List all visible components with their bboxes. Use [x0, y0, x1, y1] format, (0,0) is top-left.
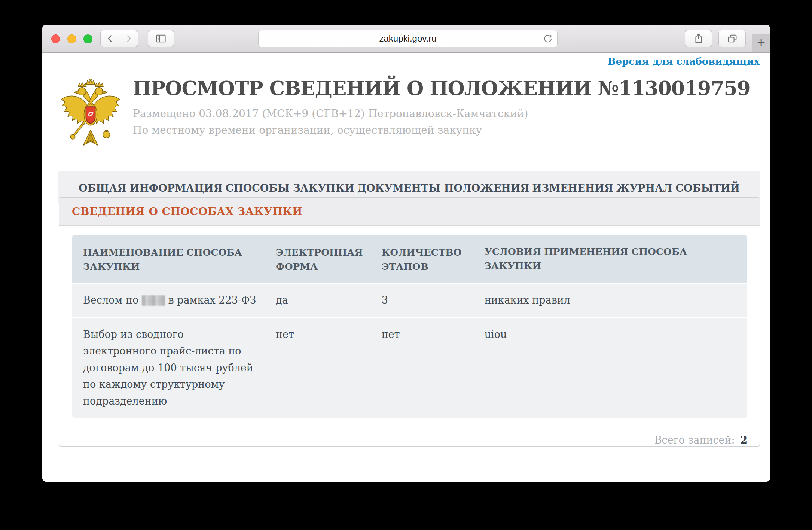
back-chevron-icon [105, 34, 115, 43]
cell-method-name: Веслом по в рамках 223-ФЗ [72, 283, 265, 317]
local-time-note: По местному времени организации, осущест… [133, 125, 755, 135]
share-button[interactable] [685, 30, 712, 47]
redacted-blur-block [142, 295, 165, 306]
share-icon [693, 33, 704, 44]
page-header: ПРОСМОТР СВЕДЕНИЙ О ПОЛОЖЕНИИ №113001975… [133, 77, 755, 135]
desktop-background: zakupki.gov.ru [0, 0, 812, 530]
cell-conditions: uiou [473, 317, 747, 418]
cell-electronic-form: нет [265, 317, 370, 418]
close-window-button[interactable] [51, 34, 60, 43]
table-header-row: НАИМЕНОВАНИЕ СПОСОБА ЗАКУПКИ ЭЛЕКТРОННАЯ… [72, 235, 747, 283]
window-controls [51, 34, 92, 43]
panel-header: СВЕДЕНИЯ О СПОСОБАХ ЗАКУПКИ [59, 198, 760, 226]
column-header-stages-count: КОЛИЧЕСТВО ЭТАПОВ [370, 235, 473, 283]
back-button[interactable] [100, 30, 119, 47]
panel-title: СВЕДЕНИЯ О СПОСОБАХ ЗАКУПКИ [72, 205, 302, 218]
column-header-method-name: НАИМЕНОВАНИЕ СПОСОБА ЗАКУПКИ [72, 235, 265, 283]
minimize-window-button[interactable] [67, 34, 76, 43]
records-total-label: Всего записей: [654, 434, 735, 446]
url-text: zakupki.gov.ru [379, 33, 437, 44]
cell-conditions: никаких правил [473, 283, 747, 317]
accessibility-version-link[interactable]: Версия для слабовидящих [608, 56, 760, 67]
cell-stages-count: нет [370, 317, 473, 418]
forward-chevron-icon [124, 34, 134, 43]
records-total-value: 2 [740, 434, 747, 446]
table-row: Выбор из сводного электронного прайс-лис… [72, 317, 747, 418]
zoom-window-button[interactable] [83, 34, 92, 43]
address-bar[interactable]: zakupki.gov.ru [258, 30, 558, 47]
cell-electronic-form: да [265, 283, 370, 317]
table-row: Веслом по в рамках 223-ФЗ да 3 никаких п… [72, 283, 747, 317]
reload-icon[interactable] [543, 34, 553, 44]
tabs-overview-icon [727, 33, 738, 44]
column-header-electronic-form: ЭЛЕКТРОННАЯ ФОРМА [265, 235, 370, 283]
records-total: Всего записей: 2 [59, 434, 747, 446]
tabs-overview-button[interactable] [718, 30, 746, 47]
forward-button[interactable] [119, 30, 138, 47]
plus-icon: + [757, 36, 765, 50]
column-header-conditions: УСЛОВИЯ ПРИМЕНЕНИЯ СПОСОБА ЗАКУПКИ [473, 235, 747, 283]
purchase-methods-panel: СВЕДЕНИЯ О СПОСОБАХ ЗАКУПКИ НАИМЕНОВАНИЕ… [59, 197, 760, 447]
cell-method-name: Выбор из сводного электронного прайс-лис… [72, 317, 265, 418]
new-tab-button[interactable]: + [752, 34, 770, 52]
page-content: Версия для слабовидящих [42, 53, 770, 482]
purchase-methods-table: НАИМЕНОВАНИЕ СПОСОБА ЗАКУПКИ ЭЛЕКТРОННАЯ… [72, 235, 747, 418]
page-title: ПРОСМОТР СВЕДЕНИЙ О ПОЛОЖЕНИИ №113001975… [133, 77, 755, 99]
browser-window: zakupki.gov.ru [42, 25, 770, 482]
sidebar-toggle-button[interactable] [148, 30, 174, 47]
placement-info: Размещено 03.08.2017 (МСК+9 (СГВ+12) Пет… [133, 109, 755, 119]
browser-toolbar: zakupki.gov.ru [42, 25, 770, 53]
sidebar-icon [155, 33, 167, 44]
russia-coat-of-arms-logo [57, 79, 124, 152]
cell-stages-count: 3 [370, 283, 473, 317]
